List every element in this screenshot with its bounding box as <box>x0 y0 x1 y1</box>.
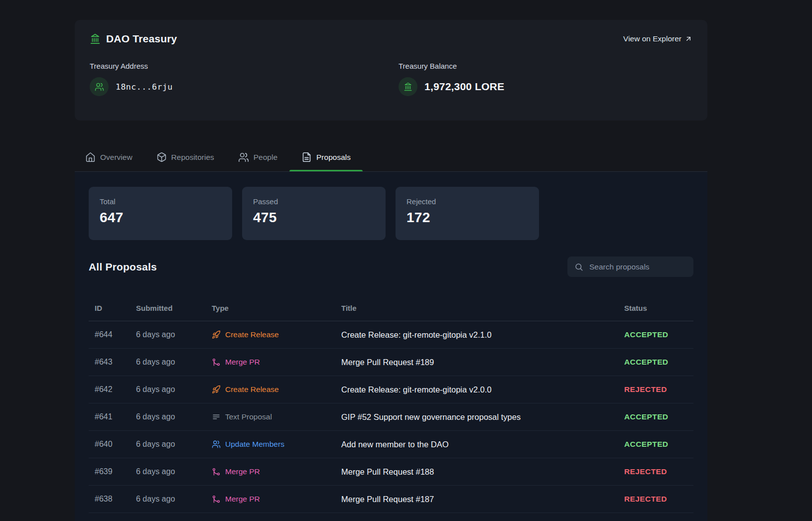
stat-label: Rejected <box>406 197 528 206</box>
tab-bar: Overview Repositories People Proposals <box>75 143 363 171</box>
git-merge-icon <box>212 467 221 476</box>
proposal-status: ACCEPTED <box>624 358 692 367</box>
proposal-type-label: Merge PR <box>225 495 260 504</box>
all-proposals-heading: All Proposals <box>89 261 157 273</box>
tab-label: Proposals <box>316 153 351 162</box>
users-icon <box>212 440 221 449</box>
proposal-type-label: Create Release <box>225 385 279 394</box>
users-icon <box>238 152 249 163</box>
proposal-type-label: Update Members <box>225 440 284 449</box>
proposal-type: Create Release <box>212 385 341 394</box>
proposal-type-label: Merge PR <box>225 358 260 367</box>
proposal-title: Merge Pull Request #189 <box>341 358 624 367</box>
proposal-status: REJECTED <box>624 467 692 476</box>
tab-people[interactable]: People <box>226 143 289 171</box>
treasury-address-label: Treasury Address <box>90 62 399 70</box>
proposal-id: #642 <box>95 385 136 394</box>
proposal-id: #641 <box>95 412 136 421</box>
page: DAO Treasury View on Explorer Treasury A… <box>0 0 812 521</box>
proposal-row[interactable]: #643 6 days ago Merge PR Merge Pull Requ… <box>89 349 693 376</box>
proposal-row[interactable]: #642 6 days ago Create Release Create Re… <box>89 376 693 403</box>
users-icon <box>90 77 109 96</box>
proposal-submitted: 6 days ago <box>136 385 212 394</box>
proposal-row[interactable]: #638 6 days ago Merge PR Merge Pull Requ… <box>89 486 693 513</box>
git-merge-icon <box>212 358 221 367</box>
proposal-type: Update Members <box>212 440 341 449</box>
stat-value: 475 <box>253 210 375 226</box>
stat-card-passed: Passed 475 <box>242 187 386 240</box>
proposal-submitted: 6 days ago <box>136 495 212 504</box>
column-header-status: Status <box>624 304 692 312</box>
search-icon <box>574 262 583 271</box>
proposals-table-header: ID Submitted Type Title Status <box>89 295 693 321</box>
search-input[interactable] <box>588 262 690 272</box>
bank-icon <box>399 77 417 96</box>
tab-overview[interactable]: Overview <box>75 143 144 171</box>
treasury-address-value[interactable]: 18nc...6rju <box>116 82 173 92</box>
proposal-type-label: Text Proposal <box>225 412 272 421</box>
proposal-id: #639 <box>95 467 136 476</box>
bank-icon <box>90 33 101 44</box>
proposal-search[interactable] <box>567 257 693 277</box>
treasury-card: DAO Treasury View on Explorer Treasury A… <box>75 20 707 121</box>
stats-row: Total 647 Passed 475 Rejected 172 <box>89 187 693 240</box>
stat-card-rejected: Rejected 172 <box>396 187 539 240</box>
rocket-icon <box>212 330 221 339</box>
proposal-title: GIP #52 Support new governance proposal … <box>341 412 624 422</box>
proposals-table: ID Submitted Type Title Status #644 6 da… <box>89 295 693 521</box>
proposal-submitted: 6 days ago <box>136 412 212 421</box>
home-icon <box>85 152 96 162</box>
column-header-submitted: Submitted <box>136 304 212 312</box>
proposal-type: Merge PR <box>212 467 341 476</box>
proposal-id: #643 <box>95 358 136 367</box>
stat-value: 172 <box>406 210 528 226</box>
column-header-id: ID <box>95 304 136 312</box>
proposal-status: ACCEPTED <box>624 440 692 449</box>
proposal-submitted: 6 days ago <box>136 440 212 449</box>
stat-card-total: Total 647 <box>89 187 232 240</box>
tab-repositories[interactable]: Repositories <box>144 143 226 171</box>
column-header-title: Title <box>341 304 624 312</box>
align-left-icon <box>212 412 221 421</box>
proposal-id: #644 <box>95 330 136 339</box>
treasury-balance-value: 1,972,300 LORE <box>424 81 504 93</box>
box-icon <box>156 152 167 162</box>
column-header-type: Type <box>212 304 341 312</box>
stat-label: Total <box>100 197 221 206</box>
view-on-explorer-label: View on Explorer <box>623 34 681 43</box>
rocket-icon <box>212 385 221 394</box>
proposal-row[interactable] <box>89 513 693 521</box>
arrow-up-right-icon <box>684 35 692 43</box>
proposals-table-body: #644 6 days ago Create Release Create Re… <box>89 321 693 521</box>
proposals-panel: Total 647 Passed 475 Rejected 172 All Pr… <box>75 171 707 521</box>
proposal-type: Merge PR <box>212 358 341 367</box>
proposal-submitted: 6 days ago <box>136 330 212 339</box>
stat-label: Passed <box>253 197 375 206</box>
stat-value: 647 <box>100 210 221 226</box>
proposal-status: REJECTED <box>624 385 692 394</box>
proposal-status: ACCEPTED <box>624 330 692 339</box>
proposal-row[interactable]: #641 6 days ago Text Proposal GIP #52 Su… <box>89 403 693 431</box>
proposal-type-label: Create Release <box>225 330 279 339</box>
proposal-id: #638 <box>95 495 136 504</box>
tab-proposals[interactable]: Proposals <box>289 143 363 171</box>
proposal-status: ACCEPTED <box>624 412 692 421</box>
tab-label: Overview <box>100 153 133 162</box>
proposal-submitted: 6 days ago <box>136 358 212 367</box>
proposal-title: Create Release: git-remote-gitopia v2.1.… <box>341 330 624 340</box>
proposal-type: Text Proposal <box>212 412 341 421</box>
proposal-title: Merge Pull Request #187 <box>341 495 624 504</box>
proposal-type: Create Release <box>212 330 341 339</box>
proposal-row[interactable]: #644 6 days ago Create Release Create Re… <box>89 321 693 349</box>
proposal-submitted: 6 days ago <box>136 467 212 476</box>
git-merge-icon <box>212 495 221 504</box>
proposal-row[interactable]: #639 6 days ago Merge PR Merge Pull Requ… <box>89 458 693 486</box>
treasury-balance-label: Treasury Balance <box>399 62 504 70</box>
tab-label: People <box>254 153 277 162</box>
proposal-type: Merge PR <box>212 495 341 504</box>
proposal-id: #640 <box>95 440 136 449</box>
view-on-explorer-link[interactable]: View on Explorer <box>623 34 692 43</box>
file-text-icon <box>301 152 312 162</box>
proposal-row[interactable]: #640 6 days ago Update Members Add new m… <box>89 431 693 458</box>
proposal-title: Merge Pull Request #188 <box>341 467 624 477</box>
